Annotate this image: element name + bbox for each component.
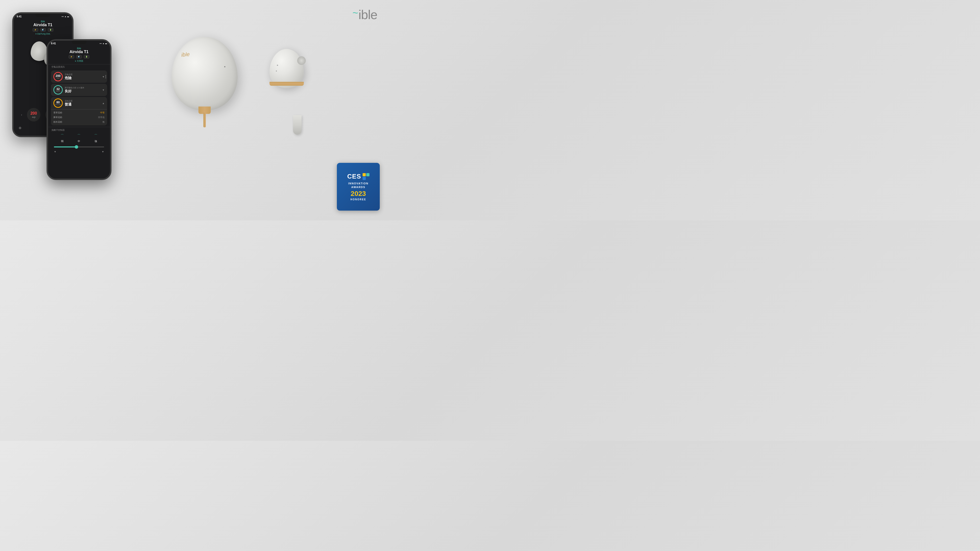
pollen-name-grass: 青草花粉 (53, 111, 62, 114)
aq-status-aqi: 危險 (65, 76, 100, 80)
phone-back-notch (35, 14, 50, 17)
aq-expand-arrow-pm25[interactable]: ▼ (102, 89, 105, 91)
pollen-name-tree: 樹木花粉 (53, 121, 62, 124)
aqi-control[interactable]: 200 AQI (27, 108, 40, 121)
aq-card-aqi[interactable]: 200 AQI 空氣品質 危險 ▼ (51, 70, 107, 83)
arrow-left: ‹ (21, 113, 22, 117)
app-brand-front: ible (48, 47, 110, 50)
pm25-circle-lbl: PM2.5 (56, 91, 60, 92)
ces-sq-yellow (363, 173, 366, 176)
app-icons-back: ⚡ 🌊 🔋 (14, 27, 72, 33)
logo-tilde: ~ (353, 8, 358, 17)
pollen-level-tree: 無 (102, 121, 105, 124)
product-case: ible (172, 37, 250, 127)
ion-slider[interactable] (54, 144, 104, 149)
icon-charge-front: ⚡ (68, 55, 74, 59)
ion-labels-row: 弱 中 強 (54, 140, 104, 143)
ion-thumb[interactable] (75, 145, 78, 149)
phones-area: 9:41 ▪▪▪ ▲ ▬ ible Airvida T1 ⚡ 🌊 🔋 DaiTu… (7, 5, 159, 206)
ces-sq-green (366, 173, 369, 176)
ces-text: CES (347, 173, 361, 180)
pollen-row-ragweed: 豚草花粉 非常低 (53, 115, 105, 120)
ion-icon-low: ⌒ (60, 134, 64, 138)
aq-info-pollen: 花粉品質 普通 (65, 100, 100, 107)
earbud-tip (297, 56, 306, 65)
app-location-back: DaiTung Dist. (14, 33, 72, 35)
status-icons-front: ▪▪▪ ▲ ▬ (100, 42, 107, 44)
aq-expand-arrow-pollen[interactable]: ▲ (102, 102, 105, 105)
ion-label-mid: 中 (78, 140, 80, 143)
pollen-detail: 青草花粉 中等 豚草花粉 非常低 樹木花粉 無 (51, 109, 107, 125)
ces-badge: CES INNOVATION AWARDS 2023 HONOREE (337, 163, 380, 211)
icon-signal: 🌊 (40, 28, 46, 32)
aq-type-pm25: 懸浮微粒小於 2.5 微米 (65, 86, 100, 89)
app-title-front: Airvida T1 (48, 50, 110, 54)
earbud-body (269, 49, 304, 88)
aq-status-pollen: 普通 (65, 102, 100, 107)
ion-icon-mid: ⌒ (77, 134, 81, 138)
earbud-dot1 (277, 65, 278, 66)
ion-arrow-right: ▼ (102, 150, 104, 153)
aqi-circle-val: 200 (56, 75, 60, 78)
phone-front: 9:41 ▪▪▪ ▲ ▬ ible Airvida T1 ⚡ 🌊 🔋 大同區 (46, 39, 111, 180)
aq-info-aqi: 空氣品質 危險 (65, 73, 100, 80)
ces-badge-top: CES (347, 173, 369, 180)
pollen-name-ragweed: 豚草花粉 (53, 116, 62, 119)
aqi-circle-lbl: AQI (57, 78, 59, 79)
ion-label-strong: 強 (95, 140, 97, 143)
ion-controls: ⌒ ⌒ ⌒ 弱 中 強 (51, 134, 107, 153)
app-icons-front: ⚡ 🌊 🔋 (48, 54, 110, 59)
ion-arrow-left: ▼ (54, 150, 56, 153)
aq-type-aqi: 空氣品質 (65, 73, 100, 76)
scroll-indicator (105, 75, 106, 78)
phone-front-notch (72, 41, 86, 44)
ces-year: 2023 (351, 190, 366, 198)
logo-text: ible (358, 7, 377, 22)
search-icon[interactable]: ⊕ (19, 126, 22, 130)
pollen-level-ragweed: 非常低 (98, 116, 105, 119)
earbud-stem (293, 115, 302, 135)
pollen-level-grass: 中等 (100, 111, 105, 114)
pm25-circle-val: 32 (56, 88, 59, 91)
pollen-circle-val: 80 (56, 101, 59, 104)
ces-honoree: HONOREE (350, 198, 366, 201)
case-brand-label: ible (181, 51, 190, 58)
ion-section: 負離子控制器 ⌒ ⌒ ⌒ 弱 中 強 (48, 127, 110, 154)
aq-card-pm25[interactable]: 32 PM2.5 懸浮微粒小於 2.5 微米 良好 ▼ (51, 84, 107, 96)
aq-info-pm25: 懸浮微粒小於 2.5 微米 良好 (65, 86, 100, 94)
icon-battery: 🔋 (48, 28, 53, 32)
ces-awards-text: AWARDS (351, 186, 365, 189)
ion-section-label: 負離子控制器 (51, 129, 107, 132)
earbud-band (269, 82, 304, 86)
ces-innovation-text: INNOVATION (348, 182, 368, 185)
aq-expand-arrow-aqi[interactable]: ▼ (102, 75, 105, 78)
aq-card-pollen[interactable]: 80 POLLEN 花粉品質 普通 ▲ 青草花粉 中等 豚草花粉 (51, 97, 107, 125)
product-area: ible (159, 12, 331, 208)
earbud-dot2 (276, 70, 277, 71)
app-header-back: ible Airvida T1 ⚡ 🌊 🔋 DaiTung Dist. (14, 19, 72, 37)
app-brand-back: ible (14, 20, 72, 23)
aq-circle-aqi: 200 AQI (53, 72, 63, 81)
pollen-circle-lbl: POLLEN (55, 104, 61, 105)
product-earbud (269, 49, 323, 118)
ces-sq-blue (363, 177, 366, 180)
status-time-front: 9:41 (51, 42, 56, 45)
aq-circle-pollen: 80 POLLEN (53, 98, 63, 108)
ion-icons-row: ⌒ ⌒ ⌒ (54, 134, 104, 138)
icon-signal-front: 🌊 (76, 55, 82, 59)
aqi-value-back: 200 (30, 111, 37, 116)
ion-track-fill (54, 146, 76, 148)
scroll-dot-1 (105, 75, 106, 76)
case-dot (224, 66, 225, 67)
icon-charge: ⚡ (33, 28, 38, 32)
app-header-front: ible Airvida T1 ⚡ 🌊 🔋 大同區 (48, 46, 110, 64)
aq-status-pm25: 良好 (65, 89, 100, 94)
case-body: ible (172, 37, 238, 110)
ion-arrows-row: ▼ ▼ (54, 150, 104, 153)
aq-type-pollen: 花粉品質 (65, 100, 100, 102)
aqi-label-back: AQI (32, 116, 35, 118)
phone-front-screen: 9:41 ▪▪▪ ▲ ▬ ible Airvida T1 ⚡ 🌊 🔋 大同區 (48, 41, 110, 178)
app-location-front: 大同區 (48, 59, 110, 63)
aq-circle-pm25: 32 PM2.5 (53, 85, 63, 95)
case-connector (204, 113, 206, 127)
